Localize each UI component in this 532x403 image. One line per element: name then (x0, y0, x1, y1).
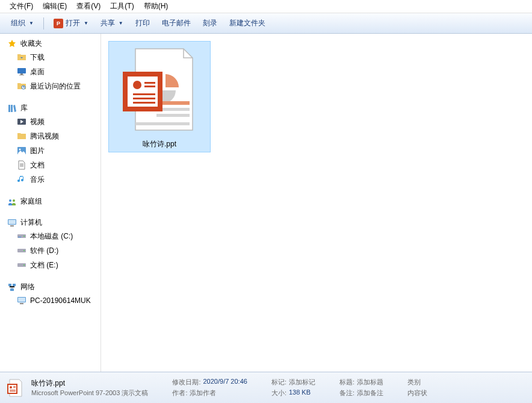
svg-rect-33 (133, 93, 155, 95)
status-modified-value: 2020/9/7 20:46 (203, 378, 247, 387)
svg-rect-38 (13, 386, 16, 387)
menu-edit[interactable]: 编辑(E) (38, 0, 72, 13)
nav-label: PC-20190614MUK (30, 295, 91, 307)
print-button[interactable]: 打印 (131, 16, 155, 30)
menu-help[interactable]: 帮助(H) (139, 0, 173, 13)
newfolder-button[interactable]: 新建文件夹 (224, 16, 270, 30)
svg-rect-2 (19, 75, 24, 75)
nav-label: 腾讯视频 (30, 130, 59, 142)
nav-videos[interactable]: 视频 (0, 114, 101, 129)
nav-desktop[interactable]: 桌面 (0, 64, 101, 79)
svg-rect-10 (8, 220, 16, 224)
nav-homegroup-header[interactable]: 家庭组 (0, 195, 101, 208)
file-item[interactable]: 咏竹诗.ppt (108, 41, 211, 152)
status-tags-value[interactable]: 添加标记 (289, 378, 315, 387)
toolbar: 组织 ▼ P 打开 ▼ 共享 ▼ 打印 电子邮件 刻录 新建文件夹 (0, 13, 532, 34)
svg-rect-0 (17, 68, 26, 73)
nav-libraries-header[interactable]: 库 (0, 102, 101, 114)
svg-rect-19 (8, 284, 11, 286)
svg-point-37 (10, 386, 12, 389)
drive-icon (17, 260, 26, 270)
svg-rect-1 (20, 73, 23, 75)
svg-point-8 (13, 199, 15, 202)
share-button[interactable]: 共享 ▼ (96, 16, 128, 30)
star-icon (7, 39, 17, 49)
email-button[interactable]: 电子邮件 (157, 16, 196, 30)
sidebar: 收藏夹 下载 桌面 最近访问的位置 库 视频 (0, 34, 101, 372)
nav-downloads[interactable]: 下载 (0, 50, 101, 64)
powerpoint-icon: P (54, 19, 63, 28)
drive-icon (17, 246, 26, 255)
computer-icon (7, 218, 17, 228)
nav-label: 本地磁盘 (C:) (30, 230, 73, 242)
open-button[interactable]: P 打开 ▼ (49, 16, 93, 30)
network-icon (7, 283, 17, 292)
status-notes-label: 备注: (339, 389, 354, 398)
file-list[interactable]: 咏竹诗.ppt (101, 34, 532, 372)
menu-file[interactable]: 文件(F) (5, 0, 38, 13)
svg-point-16 (23, 250, 25, 251)
nav-label: 最近访问的位置 (30, 80, 81, 92)
svg-rect-32 (144, 86, 155, 87)
nav-tencent-video[interactable]: 腾讯视频 (0, 129, 101, 143)
status-info: 咏竹诗.ppt Microsoft PowerPoint 97-2003 演示文… (31, 378, 148, 398)
library-icon (7, 104, 17, 113)
status-tags-label: 标记: (271, 378, 286, 387)
svg-rect-23 (18, 298, 25, 302)
nav-network-pc[interactable]: PC-20190614MUK (0, 293, 101, 308)
nav-network-header[interactable]: 网络 (0, 281, 101, 293)
nav-documents[interactable]: 文档 (0, 158, 101, 172)
nav-drive-d[interactable]: 软件 (D:) (0, 243, 101, 258)
nav-network: 网络 PC-20190614MUK (0, 281, 101, 308)
nav-label: 图片 (30, 145, 45, 157)
status-title-value[interactable]: 添加标题 (357, 378, 383, 387)
open-label: 打开 (66, 18, 80, 28)
status-filename: 咏竹诗.ppt (31, 378, 148, 389)
chevron-down-icon: ▼ (84, 20, 88, 26)
nav-music[interactable]: 音乐 (0, 172, 101, 187)
nav-homegroup: 家庭组 (0, 195, 101, 208)
nav-recent[interactable]: 最近访问的位置 (0, 79, 101, 93)
statusbar: 咏竹诗.ppt Microsoft PowerPoint 97-2003 演示文… (0, 372, 532, 403)
svg-rect-21 (10, 289, 14, 291)
nav-label: 网络 (20, 282, 35, 292)
organize-button[interactable]: 组织 ▼ (6, 16, 39, 30)
nav-drive-c[interactable]: 本地磁盘 (C:) (0, 229, 101, 243)
svg-rect-41 (10, 391, 16, 392)
status-category-label: 类别 (407, 378, 421, 387)
svg-rect-20 (13, 284, 16, 286)
svg-point-18 (23, 264, 25, 266)
video-icon (17, 117, 26, 127)
menu-tools[interactable]: 工具(T) (105, 0, 138, 13)
nav-label: 文档 (E:) (30, 259, 58, 271)
nav-computer: 计算机 本地磁盘 (C:) 软件 (D:) 文档 (E:) (0, 216, 101, 272)
svg-rect-39 (13, 387, 16, 388)
status-size-label: 大小: (271, 389, 286, 398)
svg-point-14 (23, 236, 25, 237)
status-thumbnail (6, 378, 25, 398)
nav-libraries: 库 视频 腾讯视频 图片 文档 音乐 (0, 102, 101, 187)
menu-view[interactable]: 查看(V) (72, 0, 105, 13)
nav-favorites-header[interactable]: 收藏夹 (0, 37, 101, 50)
svg-rect-24 (20, 303, 23, 304)
chevron-down-icon: ▼ (29, 20, 34, 26)
menubar: 文件(F) 编辑(E) 查看(V) 工具(T) 帮助(H) (0, 0, 532, 13)
burn-button[interactable]: 刻录 (198, 16, 222, 30)
svg-point-7 (9, 199, 11, 202)
svg-rect-34 (133, 98, 155, 99)
nav-drive-e[interactable]: 文档 (E:) (0, 258, 101, 272)
status-modified-label: 修改日期: (172, 378, 200, 387)
nav-label: 文档 (30, 159, 45, 171)
nav-pictures[interactable]: 图片 (0, 143, 101, 158)
svg-rect-36 (8, 384, 17, 393)
nav-computer-header[interactable]: 计算机 (0, 216, 101, 229)
status-filetype: Microsoft PowerPoint 97-2003 演示文稿 (31, 389, 148, 398)
svg-rect-29 (125, 74, 160, 109)
organize-label: 组织 (11, 18, 25, 28)
nav-label: 音乐 (30, 173, 45, 186)
nav-label: 下载 (30, 51, 45, 63)
status-size-value: 138 KB (289, 389, 311, 398)
svg-rect-35 (133, 102, 155, 104)
status-notes-value[interactable]: 添加备注 (357, 389, 383, 398)
status-author-value[interactable]: 添加作者 (190, 389, 216, 398)
